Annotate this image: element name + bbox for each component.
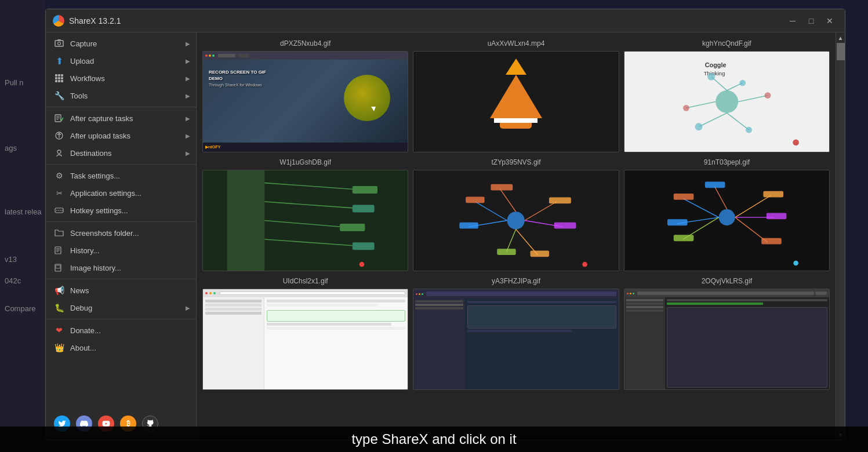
history-icon xyxy=(54,245,64,256)
thumb-box-1[interactable]: RECORD SCREEN TO GIF DEMOThrough ShareX … xyxy=(202,51,408,152)
left-text-3: latest relea xyxy=(5,207,42,216)
divider-2 xyxy=(46,164,196,165)
svg-point-40 xyxy=(707,73,715,81)
thumb-box-8[interactable] xyxy=(413,289,619,390)
bottom-bar: type ShareX and click on it xyxy=(0,427,868,452)
tools-arrow: ▶ xyxy=(186,93,190,99)
workflows-label: Workflows xyxy=(70,74,105,83)
svg-line-39 xyxy=(686,102,716,108)
screenshots-folder-icon xyxy=(54,228,64,238)
destinations-arrow: ▶ xyxy=(186,150,190,156)
sidebar-item-hotkey-settings[interactable]: Hotkey settings... xyxy=(46,202,196,219)
hotkey-settings-icon xyxy=(54,205,64,216)
thumb-label-7: UIdChsl2x1.gif xyxy=(202,276,408,286)
svg-rect-71 xyxy=(531,250,549,257)
svg-line-36 xyxy=(699,113,727,127)
svg-rect-82 xyxy=(667,219,688,225)
svg-rect-87 xyxy=(704,181,725,188)
thumbnail-grid: dPXZ5Nxub4.gif xyxy=(202,38,830,390)
svg-line-80 xyxy=(714,186,727,209)
scrollbar-thumb[interactable] xyxy=(837,43,845,60)
thumb-item-9: 2OQvjVkLRS.gif xyxy=(624,276,830,390)
after-capture-icon xyxy=(54,113,64,123)
svg-point-42 xyxy=(695,123,702,130)
sidebar-item-after-capture[interactable]: After capture tasks ▶ xyxy=(46,110,196,127)
after-upload-icon xyxy=(54,130,64,141)
svg-rect-68 xyxy=(549,197,571,203)
scrollbar: ▲ ▼ xyxy=(836,32,845,440)
task-settings-icon: ⚙ xyxy=(54,170,64,181)
donate-icon: ❤ xyxy=(54,325,64,336)
maximize-button[interactable]: □ xyxy=(803,13,819,29)
sidebar-menu: Capture ▶ ⬆ Upload ▶ xyxy=(46,32,197,440)
about-label: About... xyxy=(70,344,96,352)
svg-rect-84 xyxy=(763,191,783,198)
thumb-label-2: uAxXvWLxn4.mp4 xyxy=(413,38,619,49)
sidebar-item-app-settings[interactable]: ✂ Application settings... xyxy=(46,184,196,202)
thumb-box-9[interactable] xyxy=(624,289,830,390)
sidebar-item-about[interactable]: 👑 About... xyxy=(46,339,196,356)
workflows-icon xyxy=(54,73,64,83)
divider-4 xyxy=(46,279,196,279)
sidebar-item-image-history[interactable]: Image history... xyxy=(46,259,196,276)
thumb-box-5[interactable] xyxy=(413,170,619,271)
about-icon: 👑 xyxy=(54,342,64,353)
svg-rect-54 xyxy=(340,224,365,231)
svg-point-33 xyxy=(716,90,738,113)
thumb-label-5: tZYp395NVS.gif xyxy=(413,157,619,167)
debug-label: Debug xyxy=(70,304,92,312)
svg-point-56 xyxy=(359,262,365,267)
sidebar-item-tools[interactable]: 🔧 Tools ▶ xyxy=(46,87,196,104)
scroll-up-button[interactable]: ▲ xyxy=(837,32,845,43)
sidebar-item-debug[interactable]: 🐛 Debug ▶ xyxy=(46,299,196,316)
title-bar: ShareX 13.2.1 ─ □ ✕ xyxy=(46,9,845,32)
sidebar-item-donate[interactable]: ❤ Donate... xyxy=(46,322,196,339)
sharex-window: ShareX 13.2.1 ─ □ ✕ Capture ▶ ⬆ Upload ▶ xyxy=(45,9,845,440)
svg-line-74 xyxy=(683,199,719,217)
thumb-item-3: kghYncQndF.gif Coggle Thinking xyxy=(624,38,830,152)
thumb-box-7[interactable] xyxy=(202,289,408,390)
close-button[interactable]: ✕ xyxy=(822,13,838,29)
svg-rect-69 xyxy=(554,223,576,229)
svg-rect-67 xyxy=(491,184,513,191)
tools-label: Tools xyxy=(70,92,88,100)
thumb-item-6: 91nT03pepl.gif xyxy=(624,157,830,271)
window-body: Capture ▶ ⬆ Upload ▶ xyxy=(46,32,845,440)
sidebar-item-upload[interactable]: ⬆ Upload ▶ xyxy=(46,52,196,70)
sidebar-item-history[interactable]: History... xyxy=(46,242,196,259)
svg-rect-7 xyxy=(58,77,60,79)
thumb-box-6[interactable] xyxy=(624,170,830,271)
sidebar-item-screenshots-folder[interactable]: Screenshots folder... xyxy=(46,224,196,242)
main-content: dPXZ5Nxub4.gif xyxy=(197,32,836,440)
window-controls: ─ □ ✕ xyxy=(785,13,838,29)
app-settings-icon: ✂ xyxy=(54,188,64,198)
sharex-logo xyxy=(53,15,64,27)
svg-line-51 xyxy=(264,239,352,246)
thumb-box-4[interactable] xyxy=(202,170,408,271)
thumb-box-2[interactable] xyxy=(413,51,619,152)
svg-line-50 xyxy=(264,221,340,227)
sidebar-item-destinations[interactable]: Destinations ▶ xyxy=(46,144,196,162)
svg-rect-6 xyxy=(55,77,57,79)
thumb-box-3[interactable]: Coggle Thinking xyxy=(624,51,830,152)
sidebar-item-workflows[interactable]: Workflows ▶ xyxy=(46,70,196,87)
sidebar-item-news[interactable]: 📢 News xyxy=(46,282,196,299)
minimize-button[interactable]: ─ xyxy=(785,13,801,29)
sidebar-item-task-settings[interactable]: ⚙ Task settings... xyxy=(46,167,196,184)
thumb-label-1: dPXZ5Nxub4.gif xyxy=(202,38,408,49)
svg-rect-1 xyxy=(57,39,61,41)
svg-point-45 xyxy=(683,105,689,111)
svg-rect-53 xyxy=(353,205,375,212)
app-settings-label: Application settings... xyxy=(70,189,141,198)
svg-line-38 xyxy=(738,96,768,102)
scrollbar-track[interactable] xyxy=(837,43,845,429)
svg-line-62 xyxy=(507,229,516,252)
left-text-2: ags xyxy=(5,144,17,152)
image-history-label: Image history... xyxy=(70,264,121,272)
sidebar-item-after-upload[interactable]: After upload tasks ▶ xyxy=(46,127,196,144)
svg-rect-29 xyxy=(56,265,60,268)
svg-line-77 xyxy=(735,195,771,217)
sidebar-item-capture[interactable]: Capture ▶ xyxy=(46,35,196,52)
svg-line-48 xyxy=(264,183,352,189)
svg-rect-65 xyxy=(466,196,484,203)
